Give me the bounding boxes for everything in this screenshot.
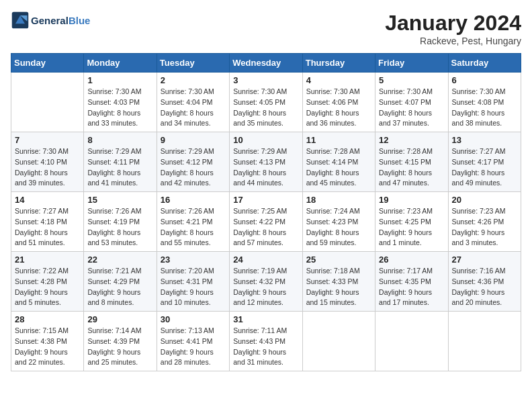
title-block: January 2024 Rackeve, Pest, Hungary [385, 11, 521, 46]
day-info: Sunrise: 7:30 AMSunset: 4:04 PMDaylight:… [161, 87, 226, 129]
calendar-day-cell: 7Sunrise: 7:30 AMSunset: 4:10 PMDaylight… [11, 132, 84, 192]
day-info: Sunrise: 7:28 AMSunset: 4:14 PMDaylight:… [306, 146, 371, 189]
day-info: Sunrise: 7:28 AMSunset: 4:15 PMDaylight:… [379, 146, 444, 189]
calendar-week-row: 1Sunrise: 7:30 AMSunset: 4:03 PMDaylight… [11, 73, 521, 132]
day-info: Sunrise: 7:30 AMSunset: 4:06 PMDaylight:… [306, 87, 371, 129]
calendar-day-cell: 23Sunrise: 7:20 AMSunset: 4:31 PMDayligh… [157, 252, 229, 312]
day-number: 3 [233, 75, 298, 85]
day-number: 26 [379, 255, 444, 265]
day-info: Sunrise: 7:27 AMSunset: 4:18 PMDaylight:… [15, 206, 80, 248]
day-info: Sunrise: 7:30 AMSunset: 4:03 PMDaylight:… [87, 87, 152, 129]
day-info: Sunrise: 7:29 AMSunset: 4:12 PMDaylight:… [161, 146, 226, 189]
day-info: Sunrise: 7:24 AMSunset: 4:23 PMDaylight:… [306, 206, 371, 248]
day-of-week-header: Tuesday [157, 54, 229, 73]
day-info: Sunrise: 7:18 AMSunset: 4:33 PMDaylight:… [306, 266, 371, 308]
day-info: Sunrise: 7:29 AMSunset: 4:13 PMDaylight:… [233, 146, 298, 189]
calendar-day-cell: 28Sunrise: 7:15 AMSunset: 4:38 PMDayligh… [11, 312, 84, 371]
calendar-day-cell: 10Sunrise: 7:29 AMSunset: 4:13 PMDayligh… [230, 132, 302, 192]
day-info: Sunrise: 7:15 AMSunset: 4:38 PMDaylight:… [15, 326, 80, 368]
month-title: January 2024 [385, 11, 521, 36]
calendar-day-cell: 19Sunrise: 7:23 AMSunset: 4:25 PMDayligh… [375, 192, 448, 252]
day-number: 28 [15, 314, 80, 324]
day-number: 17 [233, 195, 298, 205]
calendar-day-cell: 31Sunrise: 7:11 AMSunset: 4:43 PMDayligh… [230, 312, 302, 371]
day-info: Sunrise: 7:30 AMSunset: 4:08 PMDaylight:… [452, 87, 517, 129]
day-info: Sunrise: 7:30 AMSunset: 4:10 PMDaylight:… [15, 146, 80, 189]
day-of-week-header: Wednesday [230, 54, 302, 73]
day-number: 2 [161, 75, 226, 85]
day-info: Sunrise: 7:27 AMSunset: 4:17 PMDaylight:… [452, 146, 517, 189]
calendar-week-row: 28Sunrise: 7:15 AMSunset: 4:38 PMDayligh… [11, 312, 521, 371]
day-number: 21 [15, 255, 80, 265]
calendar-day-cell: 2Sunrise: 7:30 AMSunset: 4:04 PMDaylight… [157, 73, 229, 132]
logo-icon [11, 11, 30, 30]
day-number: 25 [306, 255, 371, 265]
day-of-week-header: Sunday [11, 54, 84, 73]
calendar-day-cell: 8Sunrise: 7:29 AMSunset: 4:11 PMDaylight… [84, 132, 157, 192]
day-info: Sunrise: 7:26 AMSunset: 4:19 PMDaylight:… [87, 206, 152, 248]
day-number: 27 [452, 255, 517, 265]
calendar-day-cell [302, 312, 375, 371]
day-number: 19 [379, 195, 444, 205]
calendar-day-cell: 30Sunrise: 7:13 AMSunset: 4:41 PMDayligh… [157, 312, 229, 371]
calendar-day-cell: 4Sunrise: 7:30 AMSunset: 4:06 PMDaylight… [302, 73, 375, 132]
day-number: 12 [379, 135, 444, 145]
day-info: Sunrise: 7:29 AMSunset: 4:11 PMDaylight:… [87, 146, 152, 189]
day-number: 14 [15, 195, 80, 205]
calendar-day-cell: 22Sunrise: 7:21 AMSunset: 4:29 PMDayligh… [84, 252, 157, 312]
day-number: 18 [306, 195, 371, 205]
day-number: 22 [87, 255, 152, 265]
day-info: Sunrise: 7:13 AMSunset: 4:41 PMDaylight:… [161, 326, 226, 368]
day-number: 7 [15, 135, 80, 145]
day-number: 6 [452, 75, 517, 85]
day-number: 9 [161, 135, 226, 145]
day-info: Sunrise: 7:17 AMSunset: 4:35 PMDaylight:… [379, 266, 444, 308]
day-of-week-header: Saturday [448, 54, 521, 73]
calendar-day-cell: 20Sunrise: 7:23 AMSunset: 4:26 PMDayligh… [448, 192, 521, 252]
day-number: 8 [87, 135, 152, 145]
calendar-day-cell: 5Sunrise: 7:30 AMSunset: 4:07 PMDaylight… [375, 73, 448, 132]
day-info: Sunrise: 7:14 AMSunset: 4:39 PMDaylight:… [87, 326, 152, 368]
day-number: 4 [306, 75, 371, 85]
calendar-day-cell: 29Sunrise: 7:14 AMSunset: 4:39 PMDayligh… [84, 312, 157, 371]
day-number: 30 [161, 314, 226, 324]
day-info: Sunrise: 7:16 AMSunset: 4:36 PMDaylight:… [452, 266, 517, 308]
day-number: 31 [233, 314, 298, 324]
day-info: Sunrise: 7:22 AMSunset: 4:28 PMDaylight:… [15, 266, 80, 308]
calendar-day-cell [375, 312, 448, 371]
calendar-day-cell: 26Sunrise: 7:17 AMSunset: 4:35 PMDayligh… [375, 252, 448, 312]
day-of-week-header: Monday [84, 54, 157, 73]
calendar-day-cell: 21Sunrise: 7:22 AMSunset: 4:28 PMDayligh… [11, 252, 84, 312]
day-info: Sunrise: 7:25 AMSunset: 4:22 PMDaylight:… [233, 206, 298, 248]
calendar-day-cell: 11Sunrise: 7:28 AMSunset: 4:14 PMDayligh… [302, 132, 375, 192]
calendar-day-cell: 15Sunrise: 7:26 AMSunset: 4:19 PMDayligh… [84, 192, 157, 252]
calendar-day-cell: 3Sunrise: 7:30 AMSunset: 4:05 PMDaylight… [230, 73, 302, 132]
calendar-week-row: 7Sunrise: 7:30 AMSunset: 4:10 PMDaylight… [11, 132, 521, 192]
day-info: Sunrise: 7:26 AMSunset: 4:21 PMDaylight:… [161, 206, 226, 248]
calendar-day-cell: 25Sunrise: 7:18 AMSunset: 4:33 PMDayligh… [302, 252, 375, 312]
calendar-day-cell: 16Sunrise: 7:26 AMSunset: 4:21 PMDayligh… [157, 192, 229, 252]
day-number: 10 [233, 135, 298, 145]
calendar-week-row: 21Sunrise: 7:22 AMSunset: 4:28 PMDayligh… [11, 252, 521, 312]
day-info: Sunrise: 7:30 AMSunset: 4:05 PMDaylight:… [233, 87, 298, 129]
day-number: 15 [87, 195, 152, 205]
calendar-week-row: 14Sunrise: 7:27 AMSunset: 4:18 PMDayligh… [11, 192, 521, 252]
calendar-day-cell: 18Sunrise: 7:24 AMSunset: 4:23 PMDayligh… [302, 192, 375, 252]
calendar-day-cell: 14Sunrise: 7:27 AMSunset: 4:18 PMDayligh… [11, 192, 84, 252]
day-info: Sunrise: 7:21 AMSunset: 4:29 PMDaylight:… [87, 266, 152, 308]
day-number: 13 [452, 135, 517, 145]
calendar-day-cell: 6Sunrise: 7:30 AMSunset: 4:08 PMDaylight… [448, 73, 521, 132]
day-number: 23 [161, 255, 226, 265]
day-info: Sunrise: 7:19 AMSunset: 4:32 PMDaylight:… [233, 266, 298, 308]
calendar-day-cell: 9Sunrise: 7:29 AMSunset: 4:12 PMDaylight… [157, 132, 229, 192]
day-number: 16 [161, 195, 226, 205]
day-number: 1 [87, 75, 152, 85]
calendar-day-cell: 13Sunrise: 7:27 AMSunset: 4:17 PMDayligh… [448, 132, 521, 192]
day-number: 29 [87, 314, 152, 324]
calendar-header-row: SundayMondayTuesdayWednesdayThursdayFrid… [11, 54, 521, 73]
day-info: Sunrise: 7:20 AMSunset: 4:31 PMDaylight:… [161, 266, 226, 308]
calendar-table: SundayMondayTuesdayWednesdayThursdayFrid… [11, 53, 521, 371]
location: Rackeve, Pest, Hungary [385, 36, 521, 46]
day-number: 11 [306, 135, 371, 145]
logo-text: GeneralBlue [31, 15, 90, 26]
